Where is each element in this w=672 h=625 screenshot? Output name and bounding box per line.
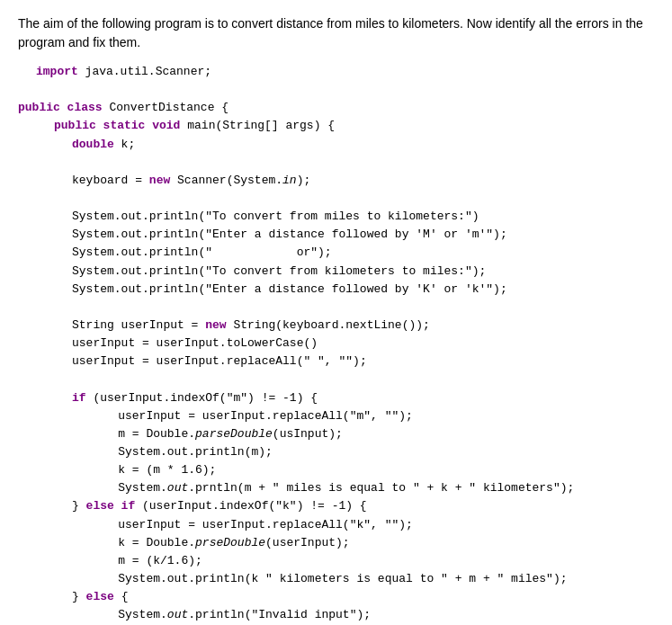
line-blank2 — [18, 154, 654, 172]
line-replaceall: userInput = userInput.replaceAll(" ", ""… — [18, 353, 654, 371]
line-blank3 — [18, 190, 654, 208]
line-replace-m: userInput = userInput.replaceAll("m", ""… — [18, 407, 654, 425]
line-else: } else { — [18, 588, 654, 606]
line-else-if: } else if (userInput.indexOf("k") != -1)… — [18, 497, 654, 515]
line-class: public class ConvertDistance { — [18, 99, 654, 117]
line-parse-k: k = Double.prseDouble(userInput); — [18, 534, 654, 552]
line-println2: System.out.println("Enter a distance fol… — [18, 226, 654, 244]
line-if1: if (userInput.indexOf("m") != -1) { — [18, 389, 654, 407]
description-block: The aim of the following program is to c… — [18, 14, 654, 52]
line-blank1 — [18, 81, 654, 99]
line-invalid: System.out.println("Invalid input"); — [18, 606, 654, 624]
line-println1: System.out.println("To convert from mile… — [18, 208, 654, 226]
line-main: public static void main(String[] args) { — [18, 117, 654, 135]
line-replace-k: userInput = userInput.replaceAll("k", ""… — [18, 516, 654, 534]
line-println-m: System.out.println(m); — [18, 443, 654, 461]
line-import: import java.util.Scanner; — [18, 63, 654, 81]
line-calc-m: m = (k/1.6); — [18, 552, 654, 570]
line-tolower: userInput = userInput.toLowerCase() — [18, 335, 654, 353]
line-println4: System.out.println("To convert from kilo… — [18, 263, 654, 281]
line-string: String userInput = new String(keyboard.n… — [18, 317, 654, 335]
line-println5: System.out.println("Enter a distance fol… — [18, 281, 654, 299]
line-blank5 — [18, 371, 654, 388]
line-keyboard: keyboard = new Scanner(System.in); — [18, 172, 654, 190]
line-double: double k; — [18, 136, 654, 154]
line-parse-m: m = Double.parseDouble(usInput); — [18, 425, 654, 443]
line-println3: System.out.println(" or"); — [18, 244, 654, 262]
description-text: The aim of the following program is to c… — [18, 14, 654, 52]
line-calc-k: k = (m * 1.6); — [18, 461, 654, 479]
line-println-km: System.out.prntln(m + " miles is equal t… — [18, 479, 654, 497]
line-println-miles: System.out.println(k " kilometers is equ… — [18, 570, 654, 588]
line-blank4 — [18, 299, 654, 317]
code-block: import java.util.Scanner; public class C… — [18, 63, 654, 625]
